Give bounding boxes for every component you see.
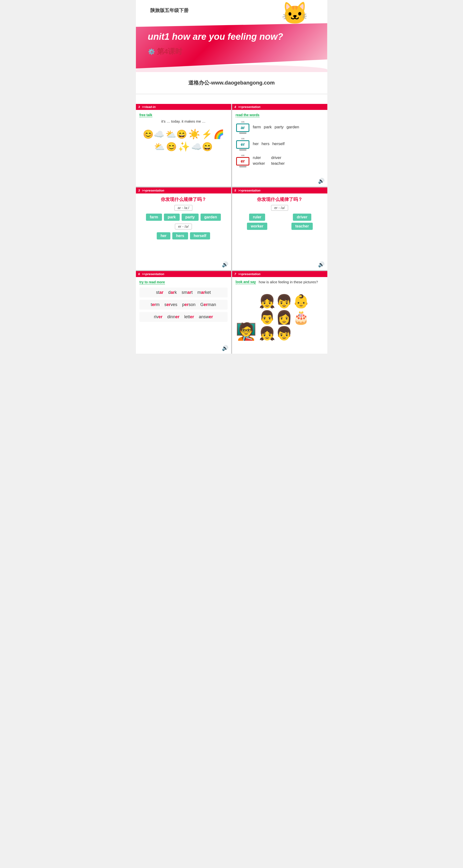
er2-tv-base xyxy=(239,166,246,167)
speaker-icon-5: 🔊 xyxy=(318,261,325,268)
speaker-icon-3b: 🔊 xyxy=(222,261,228,268)
slide-3b-content: 你发现什么规律了吗？ ar - /aː/ farm park party gar… xyxy=(136,193,231,270)
word-garden: garden xyxy=(287,125,299,129)
word-her: her xyxy=(253,142,259,146)
word-driver: driver xyxy=(271,155,285,160)
tag-driver: driver xyxy=(293,214,311,221)
discovery-ar-title: 你发现什么规律了吗？ xyxy=(139,196,228,203)
word-serves: serves xyxy=(164,302,177,307)
tag-ruler: ruler xyxy=(249,214,265,221)
slide-5-header: 5 >>presentation xyxy=(232,187,327,193)
er-row1: ∧∧ er her hers herself xyxy=(236,137,324,151)
slide-3-content: free talk it's … today. it makes me … 😊☁… xyxy=(136,110,231,187)
title-slide: 陕旅版五年级下册 🐱 unit1 how are you feeling now… xyxy=(136,0,327,104)
read-row-3: river dinner letter answer xyxy=(139,312,228,322)
slide-3-header: 3 >>lead-in xyxy=(136,104,231,110)
er-rule-5: er - /ə/ xyxy=(271,205,288,211)
slide-discovery-ar: 3 >>presentation 你发现什么规律了吗？ ar - /aː/ fa… xyxy=(136,187,231,270)
look-say-person: 🧑‍🏫 xyxy=(236,321,257,341)
read-words-label: read the words xyxy=(236,113,260,117)
slide-7-num: 7 xyxy=(234,272,236,276)
slide-4-content: read the words ∧∧ ar farm park party gar… xyxy=(232,110,327,187)
word-park: park xyxy=(264,125,272,129)
er1-tv-frame: er xyxy=(236,140,249,149)
speaker-icon-6: 🔊 xyxy=(222,345,228,351)
slide-read-words: 4 >>presentation read the words ∧∧ ar fa… xyxy=(232,104,327,187)
word-teacher: teacher xyxy=(271,161,285,166)
slide-3b-header: 3 >>presentation xyxy=(136,187,231,193)
slide-3b-num: 3 xyxy=(138,189,140,192)
words-section: ∧∧ ar farm park party garden ∧∧ xyxy=(236,120,324,167)
tag-her: her xyxy=(157,232,170,240)
tag-hers: hers xyxy=(172,232,188,240)
er2-word-list: ruler driver worker teacher xyxy=(253,155,285,166)
ar-word-tags: farm park party garden xyxy=(139,214,228,221)
word-herself: herself xyxy=(272,142,285,146)
speaker-icon-4: 🔊 xyxy=(318,178,325,184)
tag-worker: worker xyxy=(247,223,267,230)
lesson-number: ⚙️ 第4课时 xyxy=(148,47,316,57)
main-title: unit1 how are you feeling now? xyxy=(148,32,316,42)
slide-look-say: 7 >>presentation look and say how is ali… xyxy=(232,271,327,354)
website-text: 道格办公-www.daogebangong.com xyxy=(136,72,327,94)
slide-discovery-er: 5 >>presentation 你发现什么规律了吗？ er - /ə/ rul… xyxy=(232,187,327,270)
er2-antenna: ∧∧ xyxy=(241,154,244,157)
word-worker: worker xyxy=(253,161,267,166)
er1-antenna: ∧∧ xyxy=(241,137,244,140)
look-say-prompt: how is alice feeling in these pictures? xyxy=(259,280,324,284)
er2-phonics-box: ∧∧ er xyxy=(236,154,250,167)
slide-3-num: 3 xyxy=(138,105,140,109)
er-word-tags-5: ruler driver worker teacher xyxy=(236,214,324,230)
tag-herself: herself xyxy=(190,232,210,240)
er2-tv-frame: er xyxy=(236,157,249,165)
ar-phonics-box: ∧∧ ar xyxy=(236,120,250,134)
word-hers: hers xyxy=(262,142,269,146)
word-term: term xyxy=(151,302,160,307)
ar-word-list: farm park party garden xyxy=(253,125,299,129)
er-rule-3b: er - /ə/ xyxy=(175,224,192,229)
word-river: river xyxy=(154,314,162,319)
weather-icons: 😊☁️ ⛅😄 ☀️ ⚡ 🌈 ⛅ 😊 ✨ ☁️😄 xyxy=(139,126,228,155)
slide-6-header: 6 >>presentation xyxy=(136,271,231,277)
tag-park: park xyxy=(164,214,180,221)
tag-party: party xyxy=(181,214,199,221)
look-say-group: 👧👦👶 👨👩🎂 👧👦 xyxy=(259,293,324,341)
slide-read-more: 6 >>presentation try to read more star d… xyxy=(136,271,231,354)
look-say-images: 🧑‍🏫 👧👦👶 👨👩🎂 👧👦 xyxy=(236,288,324,341)
word-dinner: dinner xyxy=(167,314,179,319)
read-row-1: star dark smart market xyxy=(139,287,228,298)
word-smart: smart xyxy=(181,290,193,295)
er1-phonics-box: ∧∧ er xyxy=(236,137,250,151)
lesson-label: 第4课时 xyxy=(157,47,183,57)
ar-tv-base xyxy=(239,132,246,134)
slide-4-num: 4 xyxy=(234,105,236,109)
ar-row: ∧∧ ar farm park party garden xyxy=(236,120,324,134)
ar-antenna: ∧∧ xyxy=(241,120,244,123)
word-german: German xyxy=(200,302,216,307)
slide-5-num: 5 xyxy=(234,189,236,192)
tag-garden: garden xyxy=(200,214,221,221)
slide-lead-in: 3 >>lead-in free talk it's … today. it m… xyxy=(136,104,231,187)
word-ruler: ruler xyxy=(253,155,267,160)
read-more-section: star dark smart market term serves perso… xyxy=(139,287,228,322)
er-row2: ∧∧ er ruler driver worker teacher xyxy=(236,154,324,167)
word-market: market xyxy=(197,290,211,295)
word-letter: letter xyxy=(184,314,194,319)
look-say-top: look and say how is alice feeling in the… xyxy=(236,280,324,286)
free-talk-label: free talk xyxy=(139,113,153,117)
slide-5-content: 你发现什么规律了吗？ er - /ə/ ruler driver worker … xyxy=(232,193,327,270)
slide-4-header: 4 >>presentation xyxy=(232,104,327,110)
word-farm: farm xyxy=(253,125,261,129)
read-row-2: term serves person German xyxy=(139,300,228,310)
slide-6-num: 6 xyxy=(138,272,140,276)
er-word-tags-3b: her hers herself xyxy=(139,232,228,240)
tag-farm: farm xyxy=(146,214,162,221)
slide-7-header: 7 >>presentation xyxy=(232,271,327,277)
word-party: party xyxy=(275,125,284,129)
word-person: person xyxy=(182,302,196,307)
slide-7-content: look and say how is alice feeling in the… xyxy=(232,277,327,354)
ar-tv-frame: ar xyxy=(236,124,249,132)
cat-mascot: 🐱 xyxy=(282,2,308,24)
try-read-label: try to read more xyxy=(139,280,165,284)
slide-6-content: try to read more star dark smart market … xyxy=(136,277,231,354)
